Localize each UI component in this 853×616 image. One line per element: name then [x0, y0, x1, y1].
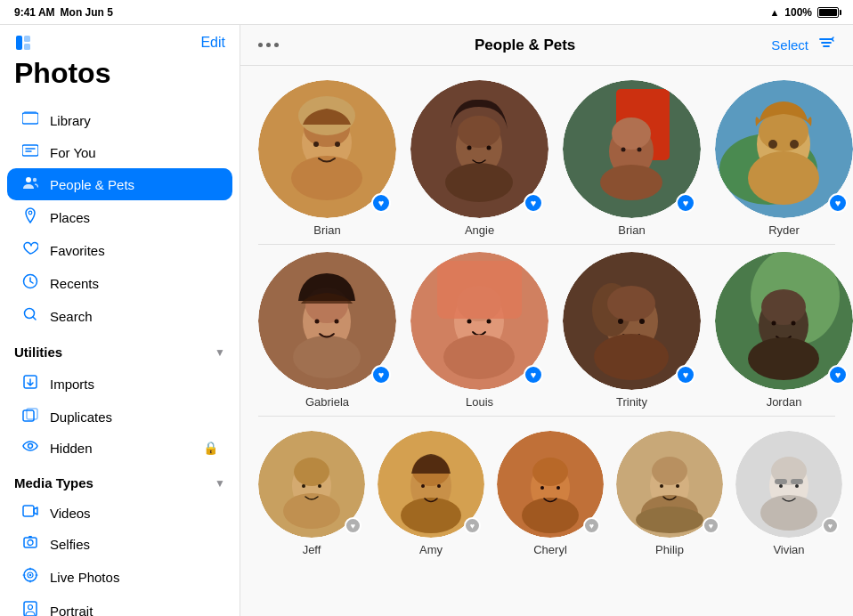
person-item-amy[interactable]: ♥ Amy: [378, 431, 484, 556]
sidebar-item-label: Selfies: [50, 537, 90, 552]
sidebar-title: Photos: [0, 55, 240, 101]
sidebar-item-portrait[interactable]: Portrait: [7, 594, 232, 616]
person-heart-brian: ♥: [371, 193, 391, 213]
sidebar-item-duplicates[interactable]: Duplicates: [7, 401, 232, 433]
app-container: Edit Photos Library For You: [0, 25, 853, 616]
person-item-trinity[interactable]: ♥ Trinity: [563, 252, 701, 409]
person-name-ryder: Ryder: [768, 223, 800, 237]
hidden-lock-icon: 🔒: [203, 441, 218, 455]
select-button[interactable]: Select: [771, 37, 808, 53]
person-photo-amy: ♥: [378, 431, 484, 538]
row-divider-2: [258, 416, 835, 417]
svg-point-45: [621, 148, 626, 152]
svg-rect-16: [24, 538, 37, 547]
person-item-ryder[interactable]: ♥ Ryder: [715, 80, 853, 237]
sidebar-item-live-photos[interactable]: Live Photos: [7, 560, 232, 594]
person-item-louis[interactable]: ♥ Louis: [410, 252, 548, 409]
status-time: 9:41 AM: [14, 6, 55, 19]
search-icon: [21, 307, 39, 325]
photo-grid-row3: ♥ Jeff: [258, 431, 835, 556]
svg-point-65: [467, 320, 472, 324]
battery-indicator: [817, 7, 839, 18]
main-content: People & Pets Select: [240, 25, 853, 616]
sidebar-item-for-you[interactable]: For You: [7, 136, 232, 168]
person-item-brian[interactable]: ♥ Brian: [258, 80, 396, 237]
utilities-section-header[interactable]: Utilities ▼: [0, 336, 240, 363]
svg-point-37: [458, 116, 500, 148]
duplicates-icon: [21, 408, 39, 426]
svg-rect-3: [22, 113, 38, 124]
person-photo-cheryl: ♥: [497, 431, 604, 538]
sidebar-item-library[interactable]: Library: [7, 104, 232, 136]
sidebar-item-label: Duplicates: [50, 409, 112, 425]
sidebar-item-places[interactable]: Places: [7, 200, 232, 234]
person-item-gabriela[interactable]: ♥ Gabriela: [258, 252, 396, 409]
svg-rect-114: [791, 479, 803, 484]
person-photo-ryder: ♥: [715, 80, 853, 218]
sidebar-item-videos[interactable]: Videos: [7, 498, 232, 528]
recents-icon: [21, 273, 39, 293]
svg-point-93: [437, 484, 441, 488]
videos-icon: [21, 505, 39, 521]
photo-grid-row2: ♥ Gabriela: [258, 252, 835, 409]
sidebar-toggle-icon[interactable]: [14, 34, 32, 52]
person-item-philip[interactable]: ♥ Philip: [616, 431, 723, 556]
person-item-jeff[interactable]: ♥ Jeff: [258, 431, 365, 556]
person-photo-vivian: ♥: [735, 431, 842, 538]
person-item-jordan[interactable]: ♥ Jordan: [715, 252, 853, 409]
person-item-vivian[interactable]: ♥ Vivian: [735, 431, 842, 556]
person-heart-gabriela: ♥: [371, 365, 391, 385]
header-more-icon[interactable]: [258, 43, 279, 47]
svg-rect-18: [28, 536, 32, 538]
person-photo-angie: ♥: [410, 80, 548, 218]
sidebar-edit-button[interactable]: Edit: [200, 35, 225, 51]
sidebar-item-people-pets[interactable]: People & Pets: [7, 168, 232, 200]
sort-button[interactable]: [817, 34, 835, 56]
sidebar-item-search[interactable]: Search: [7, 300, 232, 332]
svg-point-86: [302, 484, 305, 488]
svg-point-79: [772, 321, 776, 326]
svg-rect-2: [24, 44, 30, 50]
sidebar-item-imports[interactable]: Imports: [7, 367, 232, 401]
svg-point-46: [638, 148, 642, 152]
svg-point-17: [28, 540, 33, 546]
places-icon: [21, 207, 39, 227]
sidebar-item-favorites[interactable]: Favorites: [7, 234, 232, 266]
imports-icon: [21, 374, 39, 393]
sidebar-item-label: Search: [50, 309, 93, 324]
person-name-amy: Amy: [419, 543, 443, 556]
person-name-vivian: Vivian: [773, 543, 804, 556]
person-photo-jeff: ♥: [258, 431, 365, 538]
person-heart-philip: ♥: [703, 517, 719, 534]
svg-point-38: [445, 163, 513, 202]
sidebar-item-selfies[interactable]: Selfies: [7, 528, 232, 560]
person-name-jeff: Jeff: [303, 543, 321, 556]
person-name-angie: Angie: [465, 223, 494, 237]
media-types-chevron-icon: ▼: [215, 477, 225, 490]
person-name-philip: Philip: [655, 543, 684, 556]
svg-point-99: [556, 486, 560, 490]
sidebar-item-recents[interactable]: Recents: [7, 266, 232, 300]
person-photo-gabriela: ♥: [258, 252, 396, 390]
row-divider-1: [258, 244, 835, 245]
person-item-cheryl[interactable]: ♥ Cheryl: [497, 431, 604, 556]
svg-point-73: [639, 319, 645, 324]
svg-point-87: [318, 484, 321, 488]
media-types-section-header[interactable]: Media Types ▼: [0, 466, 240, 494]
svg-point-81: [748, 337, 819, 380]
svg-point-59: [315, 320, 320, 324]
svg-point-92: [421, 484, 425, 488]
person-item-brian2[interactable]: ♥ Brian: [563, 80, 701, 237]
svg-point-96: [532, 458, 568, 486]
svg-point-53: [790, 140, 799, 149]
person-name-brian: Brian: [313, 223, 340, 237]
sidebar: Edit Photos Library For You: [0, 25, 240, 616]
header-actions: Select: [771, 34, 835, 56]
svg-point-106: [636, 507, 703, 533]
svg-point-60: [335, 320, 339, 324]
svg-point-54: [748, 151, 819, 205]
svg-rect-5: [22, 145, 38, 156]
svg-point-67: [443, 335, 515, 379]
person-item-angie[interactable]: ♥ Angie: [410, 80, 548, 237]
sidebar-item-hidden[interactable]: Hidden 🔒: [7, 433, 232, 463]
